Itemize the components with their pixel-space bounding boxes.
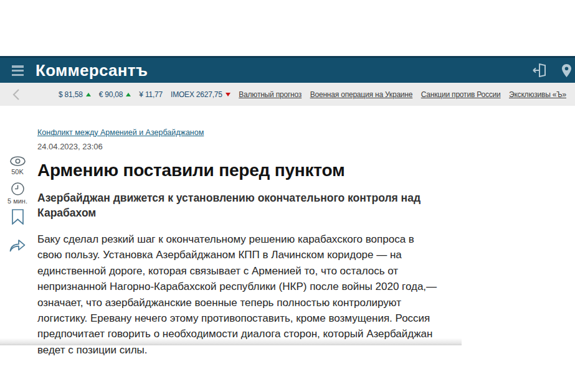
clock-icon bbox=[11, 182, 24, 195]
page-bottom-shadow bbox=[0, 338, 462, 345]
menu-icon[interactable] bbox=[12, 65, 24, 76]
header-actions bbox=[532, 58, 571, 83]
share-button[interactable] bbox=[0, 238, 35, 252]
quote-eur[interactable]: € 90,08 bbox=[99, 90, 131, 99]
up-arrow-icon bbox=[86, 93, 91, 96]
article: Конфликт между Арменией и Азербайджаном … bbox=[37, 126, 441, 358]
article-subtitle: Азербайджан движется к установлению окон… bbox=[37, 190, 422, 220]
market-quotes: $ 81,58 € 90,08 ¥ 11,77 IMOEX 2627,75 bbox=[59, 90, 230, 99]
views-counter: 50K bbox=[0, 156, 35, 175]
quote-usd[interactable]: $ 81,58 bbox=[59, 90, 91, 99]
read-time: 5 мин. bbox=[0, 182, 35, 205]
site-header: Коммерсантъ bbox=[0, 56, 575, 83]
read-time-label: 5 мин. bbox=[0, 197, 35, 205]
ticker-link-currency-forecast[interactable]: Валютный прогноз bbox=[239, 90, 302, 99]
login-door-icon[interactable] bbox=[532, 63, 548, 77]
breadcrumb-rubric-link[interactable]: Конфликт между Арменией и Азербайджаном bbox=[37, 128, 204, 137]
quote-imoex[interactable]: IMOEX 2627,75 bbox=[171, 90, 230, 99]
ticker-link-sanctions[interactable]: Санкции против России bbox=[421, 90, 501, 99]
article-title: Армению поставили перед пунктом bbox=[37, 159, 441, 181]
site-logo[interactable]: Коммерсантъ bbox=[36, 58, 148, 83]
bookmark-button[interactable] bbox=[0, 209, 35, 225]
publish-date: 24.04.2023, 23:06 bbox=[37, 142, 441, 151]
page: Коммерсантъ bbox=[0, 0, 575, 392]
quote-cny[interactable]: ¥ 11,77 bbox=[139, 90, 163, 99]
ticker-row: $ 81,58 € 90,08 ¥ 11,77 IMOEX 2627,75 Ва… bbox=[59, 90, 566, 99]
ticker-bar: $ 81,58 € 90,08 ¥ 11,77 IMOEX 2627,75 Ва… bbox=[0, 83, 575, 106]
down-arrow-icon bbox=[226, 93, 230, 96]
chevron-left-icon[interactable] bbox=[12, 88, 20, 101]
location-pin-icon[interactable] bbox=[562, 64, 571, 77]
share-arrow-icon bbox=[9, 238, 26, 252]
bookmark-icon bbox=[12, 209, 24, 225]
ticker-link-military-operation[interactable]: Военная операция на Украине bbox=[310, 90, 413, 99]
ticker-link-exclusives[interactable]: Эксклюзивы «Ъ» bbox=[509, 90, 566, 99]
views-count-label: 50K bbox=[0, 168, 35, 175]
up-arrow-icon bbox=[126, 93, 131, 96]
eye-icon bbox=[10, 156, 26, 166]
